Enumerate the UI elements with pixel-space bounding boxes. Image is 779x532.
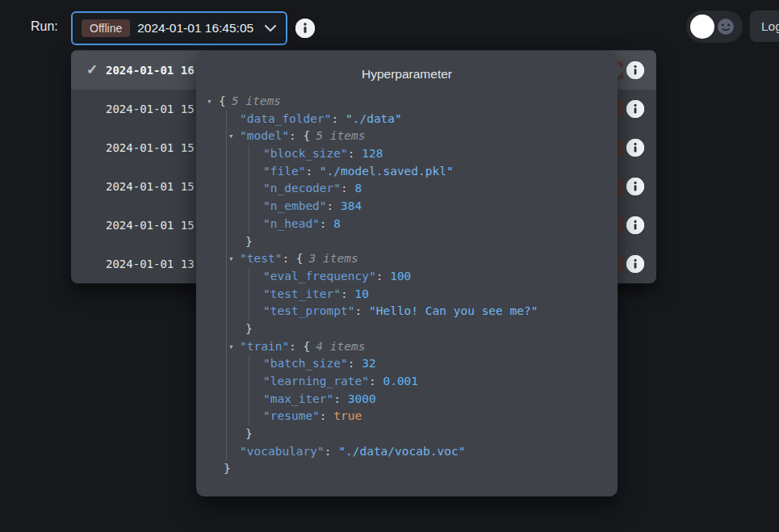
- json-string-value: "./data": [346, 112, 402, 125]
- json-line: ▾"test": {3 items: [240, 250, 611, 268]
- json-item-count: 5 items: [226, 94, 281, 107]
- json-key: "test_iter": [263, 287, 341, 300]
- tooltip-arrow: [617, 62, 625, 78]
- json-line: }: [245, 233, 611, 251]
- json-line: "resume": true: [263, 408, 611, 425]
- json-number-value: 100: [390, 270, 411, 283]
- json-key: "learning_rate": [263, 375, 369, 387]
- json-colon: :: [376, 270, 390, 283]
- json-line: "test_iter": 10: [263, 286, 611, 304]
- json-colon: :: [305, 165, 319, 178]
- info-icon[interactable]: [295, 19, 315, 38]
- json-children: "batch_size": 32"learning_rate": 0.001"m…: [249, 355, 611, 425]
- json-brace: }: [245, 322, 253, 335]
- json-number-value: 8: [333, 217, 341, 230]
- toggle-switch[interactable]: [686, 10, 743, 43]
- json-colon: :: [320, 217, 333, 230]
- json-key: "test": [240, 252, 282, 265]
- json-number-value: 32: [362, 357, 375, 370]
- json-line: "n_decoder": 8: [263, 180, 611, 198]
- json-line: "test_prompt": "Hello! Can you see me?": [263, 303, 611, 320]
- collapse-icon[interactable]: ▾: [228, 128, 234, 145]
- json-line: "batch_size": 32: [263, 355, 611, 373]
- json-key: "n_decoder": [263, 182, 341, 195]
- json-line: "n_embed": 384: [263, 198, 611, 216]
- smiley-icon: [717, 18, 735, 39]
- item-info-icon[interactable]: [626, 61, 644, 79]
- run-selector[interactable]: Offline 2024-01-01 16:45:05: [71, 11, 287, 45]
- json-colon: :: [341, 287, 354, 300]
- json-brace: {: [304, 129, 311, 142]
- json-string-value: "Hello! Can you see me?": [369, 304, 538, 317]
- json-colon: :: [327, 199, 341, 212]
- json-number-value: 3000: [348, 392, 376, 405]
- json-number-value: 0.001: [383, 375, 418, 387]
- item-info-icon[interactable]: [626, 178, 644, 195]
- json-line: ▾"train": {4 items: [240, 338, 611, 356]
- json-children: "block_size": 128"file": "./model.saved.…: [249, 145, 611, 232]
- json-line: "learning_rate": 0.001: [263, 373, 611, 391]
- json-number-value: 384: [341, 199, 362, 212]
- json-brace: }: [224, 462, 231, 475]
- json-string-value: "./data/vocab.voc": [338, 445, 465, 458]
- item-label: 2024-01-01 13: [106, 245, 195, 283]
- json-item-count: 3 items: [304, 252, 358, 265]
- run-label: Run:: [31, 19, 58, 34]
- item-info-icon[interactable]: [626, 255, 644, 273]
- json-key: "data_folder": [240, 112, 332, 125]
- json-key: "train": [240, 340, 289, 353]
- collapse-icon[interactable]: ▾: [228, 250, 234, 268]
- json-string-value: "./model.saved.pkl": [320, 165, 454, 178]
- collapse-icon[interactable]: ▾: [207, 93, 219, 111]
- json-colon: :: [325, 445, 338, 458]
- collapse-icon[interactable]: ▾: [228, 338, 234, 356]
- check-icon: ✓: [82, 51, 102, 90]
- json-colon: :: [348, 357, 362, 370]
- json-key: "vocabulary": [240, 445, 325, 458]
- json-bool-value: true: [333, 409, 362, 422]
- json-item-count: 5 items: [310, 129, 365, 142]
- item-label: 2024-01-01 15: [106, 128, 195, 167]
- json-line: ▾"model": {5 items: [240, 128, 611, 145]
- json-number-value: 128: [362, 147, 383, 160]
- json-key: "resume": [263, 409, 320, 422]
- json-key: "test_prompt": [263, 304, 355, 317]
- json-brace: {: [296, 252, 304, 265]
- item-label: 2024-01-01 15: [106, 90, 195, 128]
- item-info-icon[interactable]: [626, 139, 644, 157]
- json-colon: :: [369, 375, 383, 387]
- json-key: "file": [263, 165, 305, 178]
- json-colon: :: [282, 252, 295, 265]
- json-key: "model": [240, 129, 289, 142]
- json-key: "batch_size": [263, 357, 348, 370]
- json-viewer: ▾{5 items"data_folder": "./data"▾"model"…: [207, 93, 611, 490]
- json-key: "n_embed": [263, 199, 327, 212]
- json-colon: :: [289, 129, 303, 142]
- json-children: "eval_frequency": 100"test_iter": 10"tes…: [249, 268, 611, 320]
- json-item-count: 4 items: [310, 340, 365, 353]
- json-number-value: 8: [355, 182, 362, 195]
- json-line: }: [224, 460, 611, 478]
- json-colon: :: [355, 304, 369, 317]
- run-selector-value: 2024-01-01 16:45:05: [137, 21, 253, 36]
- json-key: "n_head": [263, 217, 320, 230]
- status-badge: Offline: [82, 19, 130, 37]
- item-info-icon[interactable]: [626, 100, 644, 118]
- json-colon: :: [289, 340, 303, 353]
- json-line: "file": "./model.saved.pkl": [263, 163, 611, 181]
- json-line: ▾{5 items: [207, 93, 611, 111]
- json-line: }: [245, 320, 611, 338]
- json-colon: :: [320, 409, 333, 422]
- json-line: "max_iter": 3000: [263, 391, 611, 408]
- json-brace: }: [245, 427, 253, 440]
- json-children: "data_folder": "./data"▾"model": {5 item…: [226, 111, 611, 461]
- json-line: "eval_frequency": 100: [263, 268, 611, 286]
- json-line: }: [245, 425, 611, 443]
- json-key: "eval_frequency": [263, 270, 376, 283]
- item-info-icon[interactable]: [626, 216, 644, 234]
- log-button[interactable]: Log: [750, 10, 779, 42]
- json-line: "n_head": 8: [263, 216, 611, 233]
- item-label: 2024-01-01 15: [106, 167, 195, 206]
- json-colon: :: [332, 112, 346, 125]
- json-line: "block_size": 128: [263, 145, 611, 163]
